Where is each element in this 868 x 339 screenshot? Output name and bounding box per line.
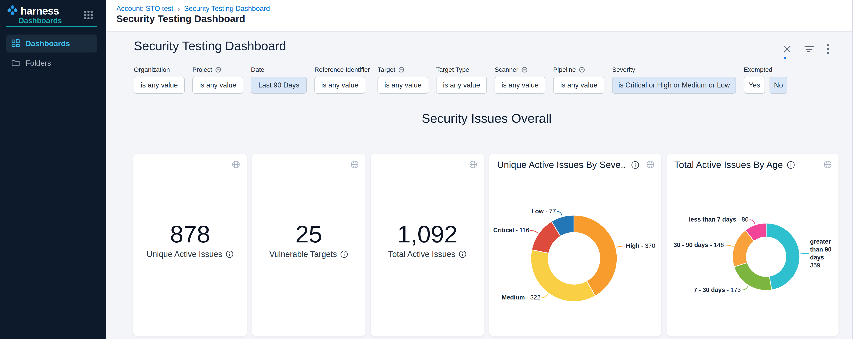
filter-value-scanner[interactable]: is any value — [495, 77, 546, 94]
breadcrumb-chevron-icon: › — [178, 5, 180, 12]
stat-label: Vulnerable Targets — [269, 250, 337, 259]
sidebar-divider — [6, 26, 97, 27]
filter-exempted: ExemptedYesNo — [744, 66, 787, 94]
slice-label-medium: Medium - 322 — [502, 294, 540, 302]
stat-value: 878 — [133, 220, 247, 248]
linked-filter-icon — [579, 66, 585, 73]
breadcrumb: Account: STO test › Security Testing Das… — [116, 4, 270, 13]
info-icon[interactable] — [340, 250, 348, 258]
linked-filter-icon — [215, 66, 222, 73]
stat-value: 1,092 — [371, 220, 484, 248]
filter-label: Project — [192, 66, 243, 74]
panel-actions — [782, 44, 830, 55]
info-icon[interactable] — [225, 250, 234, 258]
dashboards-icon — [11, 38, 21, 49]
tile-unique-active-issues-by-severity: Unique Active Issues By Seve... High - 3… — [489, 154, 661, 336]
linked-filter-icon — [521, 66, 528, 73]
filter-pipeline: Pipelineis any value — [553, 66, 604, 94]
slice-leader-line — [725, 245, 733, 247]
section-title: Security Issues Overall — [134, 111, 839, 125]
filter-value-target[interactable]: is any value — [377, 77, 428, 94]
dashboard-panel-title: Security Testing Dashboard — [134, 39, 286, 53]
globe-icon — [350, 160, 359, 170]
filter-label: Organization — [134, 66, 185, 74]
filter-label: Severity — [612, 66, 736, 74]
slice-label-less-than-7-days: less than 7 days - 80 — [689, 216, 748, 224]
slice-label-high: High - 370 — [626, 242, 655, 250]
tile-vulnerable-targets: 25 Vulnerable Targets — [252, 154, 366, 336]
tile-total-active-issues-by-age: Total Active Issues By Age greater than … — [666, 154, 838, 336]
exempted-no-button[interactable]: No — [770, 77, 787, 94]
stat-value: 25 — [252, 220, 366, 248]
donut-slice-medium[interactable] — [531, 250, 595, 302]
filter-label: Date — [251, 66, 307, 74]
close-icon[interactable] — [782, 44, 792, 54]
filter-label: Pipeline — [553, 66, 604, 74]
module-label: Dashboards — [19, 16, 62, 25]
kebab-menu-icon[interactable] — [826, 44, 830, 55]
tile-unique-active-issues: 878 Unique Active Issues — [133, 154, 247, 336]
slice-leader-line — [617, 246, 625, 247]
info-icon[interactable] — [459, 250, 467, 258]
tile-total-active-issues: 1,092 Total Active Issues — [371, 154, 484, 336]
slice-label-critical: Critical - 116 — [493, 226, 529, 234]
stat-label: Unique Active Issues — [147, 250, 222, 259]
sidebar-item-label: Dashboards — [25, 39, 70, 48]
apps-grid-icon[interactable] — [84, 10, 93, 21]
slice-label-low: Low - 77 — [531, 207, 556, 216]
slice-leader-line — [531, 230, 538, 233]
filter-severity: Severityis Critical or High or Medium or… — [612, 66, 736, 94]
filter-value-target-type[interactable]: is any value — [436, 77, 487, 94]
slice-leader-line — [800, 254, 809, 254]
sidebar-nav: Dashboards Folders — [6, 34, 97, 72]
harness-logo[interactable]: harness — [6, 4, 59, 17]
slice-leader-line — [542, 294, 548, 298]
filter-label: Target — [377, 66, 428, 74]
vertical-scrollbar[interactable] — [852, 0, 868, 339]
filter-label: Reference Identifier — [314, 66, 370, 74]
filter-value-pipeline[interactable]: is any value — [553, 77, 604, 94]
sidebar-item-dashboards[interactable]: Dashboards — [6, 34, 97, 53]
folder-icon — [11, 58, 21, 68]
linked-filter-icon — [398, 66, 405, 73]
filter-target-type: Target Typeis any value — [436, 66, 487, 94]
filter-value-reference-identifier[interactable]: is any value — [314, 77, 365, 94]
stat-label: Total Active Issues — [388, 250, 455, 259]
sidebar-item-label: Folders — [25, 59, 51, 67]
filter-organization: Organizationis any value — [134, 66, 185, 94]
slice-leader-line — [742, 286, 748, 290]
slice-leader-line — [557, 211, 562, 216]
sidebar: harness Dashboards Dashboards — [0, 0, 106, 339]
filter-project: Projectis any value — [192, 66, 243, 94]
filter-reference-identifier: Reference Identifieris any value — [314, 66, 370, 94]
breadcrumb-account-link[interactable]: Account: STO test — [116, 4, 173, 13]
exempted-yes-button[interactable]: Yes — [744, 77, 765, 94]
slice-label-7-30-days: 7 - 30 days - 173 — [694, 286, 741, 294]
filter-value-severity[interactable]: is Critical or High or Medium or Low — [612, 77, 736, 94]
harness-logo-icon — [6, 4, 19, 17]
filter-value-date[interactable]: Last 90 Days — [251, 77, 307, 94]
donut-slice-greater-than-90-days[interactable] — [766, 223, 800, 290]
breadcrumb-dashboard-link[interactable]: Security Testing Dashboard — [184, 4, 270, 13]
globe-icon — [469, 160, 478, 170]
tiles-row: 878 Unique Active Issues 25 Vulnerable T… — [133, 154, 838, 336]
filter-value-organization[interactable]: is any value — [134, 77, 185, 94]
slice-label-greater-than-90-days: greater than 90 days - 359 — [810, 238, 834, 270]
brand-wordmark: harness — [21, 4, 59, 17]
slice-leader-line — [750, 220, 755, 224]
filter-label: Target Type — [436, 66, 487, 74]
sidebar-item-folders[interactable]: Folders — [6, 54, 97, 72]
filter-icon[interactable] — [804, 44, 814, 54]
cursor-dot — [784, 57, 786, 59]
slice-label-30-90-days: 30 - 90 days - 146 — [674, 241, 724, 249]
filter-scanner: Scanneris any value — [495, 66, 546, 94]
filter-label: Scanner — [495, 66, 546, 74]
globe-icon — [231, 160, 241, 170]
filter-date: DateLast 90 Days — [251, 66, 307, 94]
filter-value-project[interactable]: is any value — [192, 77, 243, 94]
filter-label: Exempted — [744, 66, 787, 74]
filter-bar: Organizationis any valueProjectis any va… — [134, 66, 787, 94]
filter-target: Targetis any value — [377, 66, 428, 94]
page-title: Security Testing Dashboard — [116, 13, 245, 24]
